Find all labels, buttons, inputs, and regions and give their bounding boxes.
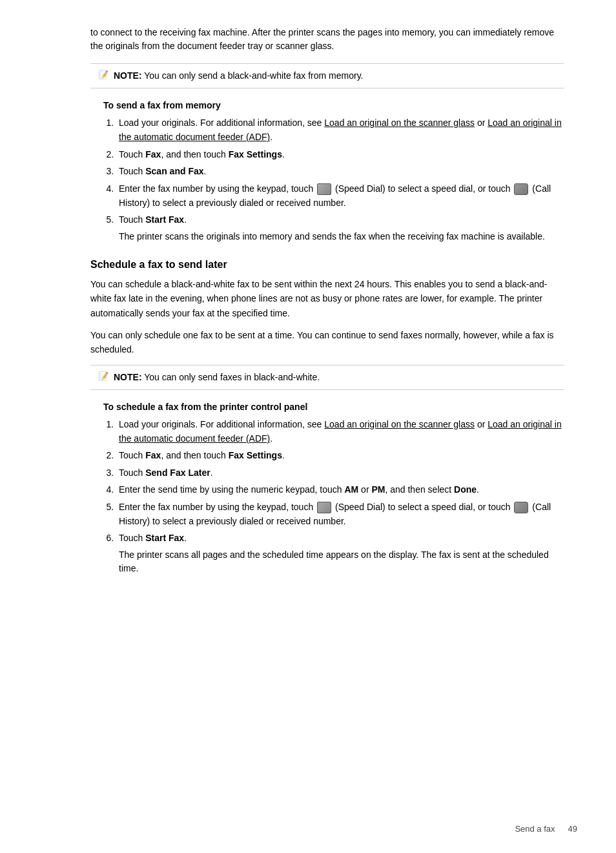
- schedule-para-2: You can only schedule one fax to be sent…: [90, 328, 564, 357]
- note-text-1: NOTE: You can only send a black-and-whit…: [114, 69, 363, 83]
- call-history-icon-1: [514, 183, 528, 195]
- send-from-memory-section: To send a fax from memory Load your orig…: [103, 100, 564, 243]
- send-from-memory-heading: To send a fax from memory: [103, 100, 564, 110]
- link-scanner-glass-2[interactable]: Load an original on the scanner glass: [324, 419, 475, 429]
- note-box-2: 📝 NOTE: You can only send faxes in black…: [90, 365, 564, 390]
- schedule-steps-heading: To schedule a fax from the printer contr…: [103, 402, 564, 412]
- list-item: Touch Fax, and then touch Fax Settings.: [116, 448, 564, 462]
- note-label-1: NOTE:: [114, 70, 142, 81]
- call-history-icon-2: [514, 502, 528, 513]
- schedule-para-1: You can schedule a black-and-white fax t…: [90, 277, 564, 320]
- page-content: to connect to the receiving fax machine.…: [0, 0, 616, 621]
- note-text-2: NOTE: You can only send faxes in black-a…: [114, 371, 320, 384]
- page-footer: Send a fax 49: [0, 824, 616, 834]
- intro-paragraph: to connect to the receiving fax machine.…: [90, 26, 564, 53]
- list-item: Touch Scan and Fax.: [116, 164, 564, 178]
- speed-dial-icon-1: [317, 183, 331, 195]
- footer-page-number: 49: [568, 824, 577, 834]
- list-item: Touch Send Fax Later.: [116, 466, 564, 480]
- list-item: Touch Start Fax. The printer scans all p…: [116, 531, 564, 575]
- schedule-steps-list: Load your originals. For additional info…: [116, 417, 564, 575]
- speed-dial-icon-2: [317, 502, 331, 513]
- footer-label: Send a fax: [515, 824, 555, 834]
- note-icon-2: 📝: [98, 371, 108, 381]
- note-label-2: NOTE:: [114, 372, 142, 382]
- step-result-2: The printer scans all pages and the sche…: [119, 548, 564, 575]
- list-item: Touch Start Fax. The printer scans the o…: [116, 212, 564, 243]
- list-item: Load your originals. For additional info…: [116, 116, 564, 145]
- note-icon-1: 📝: [98, 70, 108, 79]
- step-result: The printer scans the originals into mem…: [119, 230, 564, 243]
- link-scanner-glass-1[interactable]: Load an original on the scanner glass: [324, 118, 475, 128]
- list-item: Enter the fax number by using the keypad…: [116, 181, 564, 211]
- send-from-memory-steps: Load your originals. For additional info…: [116, 116, 564, 243]
- list-item: Touch Fax, and then touch Fax Settings.: [116, 147, 564, 161]
- list-item: Enter the fax number by using the keypad…: [116, 500, 564, 529]
- schedule-steps-section: To schedule a fax from the printer contr…: [103, 402, 564, 575]
- list-item: Load your originals. For additional info…: [116, 417, 564, 446]
- list-item: Enter the send time by using the numeric…: [116, 482, 564, 497]
- note-box-1: 📝 NOTE: You can only send a black-and-wh…: [90, 63, 564, 88]
- schedule-section-heading: Schedule a fax to send later: [90, 259, 564, 271]
